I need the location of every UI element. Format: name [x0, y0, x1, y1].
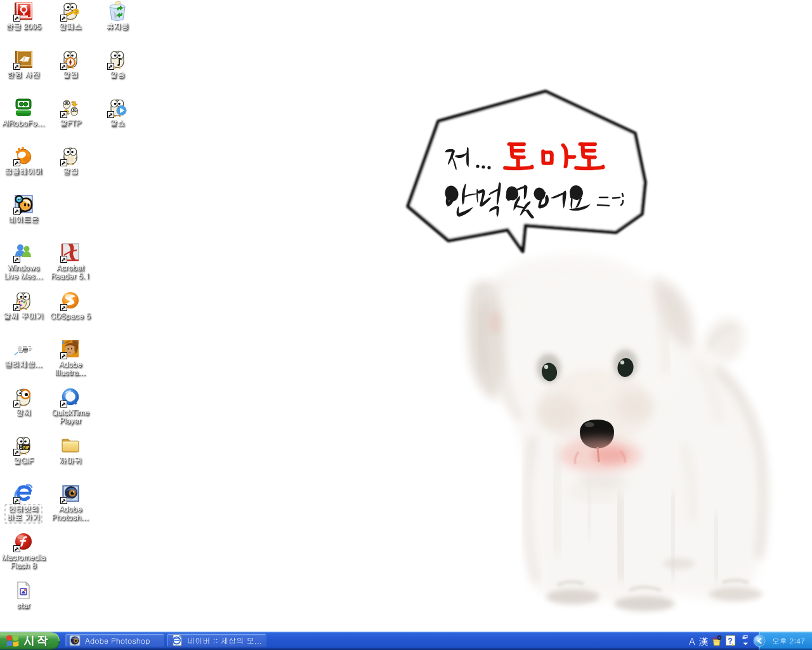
svg-text:?: ? — [728, 637, 732, 646]
svg-text:GIF: GIF — [23, 446, 30, 450]
